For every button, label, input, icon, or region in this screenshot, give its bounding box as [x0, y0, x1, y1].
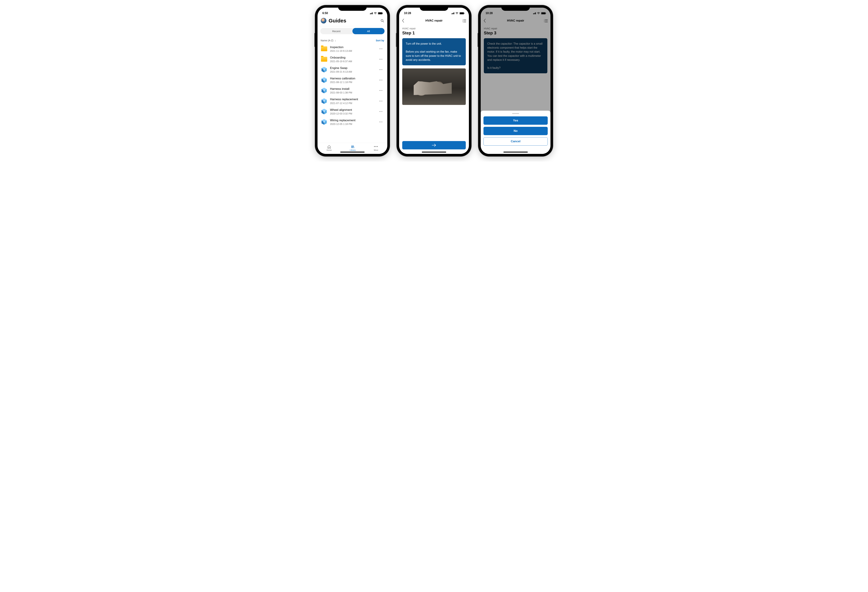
next-button[interactable]: [402, 141, 466, 149]
svg-text:1: 1: [462, 19, 463, 20]
tab-all[interactable]: All: [353, 28, 385, 34]
sort-by-button[interactable]: Sort by: [376, 39, 384, 42]
phone-library: 6:50 Guides Recent All Name (A-Z) ↓ Sort…: [315, 5, 390, 156]
battery-icon: [378, 12, 382, 15]
item-title: Harness calibration: [330, 77, 375, 80]
segmented-control: Recent All: [320, 28, 385, 34]
list-item[interactable]: Harness calibration2021-08-12 1:18 PM•••: [317, 75, 387, 85]
instruction-card: Turn off the power to the unit. Before y…: [402, 38, 466, 65]
sheet-grabber[interactable]: [512, 113, 519, 114]
guides-list[interactable]: Inspection2021-11-19 6:13 AM•••Onboardin…: [317, 44, 387, 143]
list-item[interactable]: Engine Swap2021-09-21 6:13 AM•••: [317, 64, 387, 75]
svg-text:2: 2: [462, 20, 463, 22]
step-media[interactable]: [402, 68, 466, 105]
item-subtitle: 2021-11-19 6:13 AM: [330, 49, 375, 52]
back-button[interactable]: [402, 19, 404, 23]
phone-step: 10:28 HVAC repair 1 2 3 HVAC repair Step…: [397, 5, 471, 156]
arrow-right-icon: [432, 144, 436, 147]
item-subtitle: 2021-08-12 1:18 PM: [330, 81, 375, 84]
svg-text:3: 3: [462, 22, 463, 22]
home-icon: [327, 145, 331, 149]
item-title: Harness replacement: [330, 98, 375, 101]
guide-icon: [320, 66, 328, 73]
nav-title: HVAC repair: [399, 19, 469, 22]
item-subtitle: 2021-07-12 4:12 PM: [330, 102, 375, 105]
battery-icon: [459, 12, 464, 15]
more-button[interactable]: •••: [378, 119, 384, 125]
wifi-icon: [455, 12, 459, 15]
item-subtitle: 2020-12-05 1:18 PM: [330, 123, 375, 126]
steps-list-icon[interactable]: 1 2 3: [462, 19, 466, 22]
more-icon: •••: [374, 145, 378, 149]
svg-point-9: [323, 79, 325, 81]
list-item[interactable]: Wiring replacement2020-12-05 1:18 PM•••: [317, 117, 387, 127]
yes-button[interactable]: Yes: [483, 116, 548, 125]
action-sheet: Yes No Cancel: [481, 111, 551, 154]
item-subtitle: 2021-05-19 6:37 AM: [330, 60, 375, 63]
item-subtitle: 2021-08-03 1:38 PM: [330, 91, 375, 94]
folder-icon: [320, 45, 328, 52]
folder-icon: [320, 56, 328, 63]
more-button[interactable]: •••: [378, 98, 384, 104]
more-button[interactable]: •••: [378, 46, 384, 52]
wifi-icon: [374, 12, 377, 15]
list-item[interactable]: Harness install2021-08-03 1:38 PM•••: [317, 85, 387, 96]
item-title: Onboarding: [330, 56, 375, 59]
status-time: 10:28: [404, 12, 411, 15]
more-button[interactable]: •••: [378, 67, 384, 73]
svg-point-21: [323, 111, 325, 112]
list-item[interactable]: Wheel alignment2020-12-03 3:32 PM•••: [317, 106, 387, 117]
guide-icon: [320, 108, 328, 115]
avatar[interactable]: [320, 18, 326, 24]
sort-label[interactable]: Name (A-Z) ↓: [320, 39, 336, 42]
step-heading: Step 1: [402, 31, 466, 36]
search-icon[interactable]: [380, 19, 384, 22]
item-title: Engine Swap: [330, 66, 375, 70]
tab-more[interactable]: ••• More: [374, 145, 378, 151]
more-button[interactable]: •••: [378, 56, 384, 62]
phone-question: 10:28 HVAC repair 1 2 3 HVAC repair Step…: [478, 5, 553, 156]
status-time: 6:50: [322, 12, 328, 15]
item-title: Harness install: [330, 87, 375, 91]
list-item[interactable]: Inspection2021-11-19 6:13 AM•••: [317, 44, 387, 54]
svg-point-5: [323, 69, 325, 71]
nav-bar: HVAC repair 1 2 3: [399, 16, 469, 25]
guide-icon: [320, 118, 328, 126]
item-title: Wheel alignment: [330, 108, 375, 112]
page-title: Guides: [329, 18, 378, 24]
breadcrumb: HVAC repair: [402, 27, 466, 30]
item-title: Inspection: [330, 45, 375, 49]
no-button[interactable]: No: [483, 127, 548, 135]
guide-icon: [320, 98, 328, 105]
svg-point-25: [323, 121, 325, 123]
cellular-icon: [370, 12, 373, 14]
more-button[interactable]: •••: [378, 109, 384, 114]
svg-point-17: [323, 100, 325, 102]
page-header: Guides: [317, 16, 387, 26]
more-button[interactable]: •••: [378, 77, 384, 83]
svg-line-1: [383, 21, 384, 22]
cancel-button[interactable]: Cancel: [483, 137, 548, 145]
item-subtitle: 2020-12-03 3:32 PM: [330, 112, 375, 115]
tab-recent[interactable]: Recent: [320, 28, 353, 34]
list-item[interactable]: Harness replacement2021-07-12 4:12 PM•••: [317, 96, 387, 106]
cellular-icon: [452, 12, 455, 14]
more-button[interactable]: •••: [378, 88, 384, 93]
guide-icon: [320, 77, 328, 84]
svg-point-13: [323, 90, 325, 91]
tab-library[interactable]: Library: [350, 145, 356, 151]
list-item[interactable]: Onboarding2021-05-19 6:37 AM•••: [317, 54, 387, 64]
item-title: Wiring replacement: [330, 118, 375, 122]
guide-icon: [320, 87, 328, 94]
library-icon: [351, 145, 355, 149]
tab-home[interactable]: Home: [326, 145, 332, 151]
item-subtitle: 2021-09-21 6:13 AM: [330, 70, 375, 73]
